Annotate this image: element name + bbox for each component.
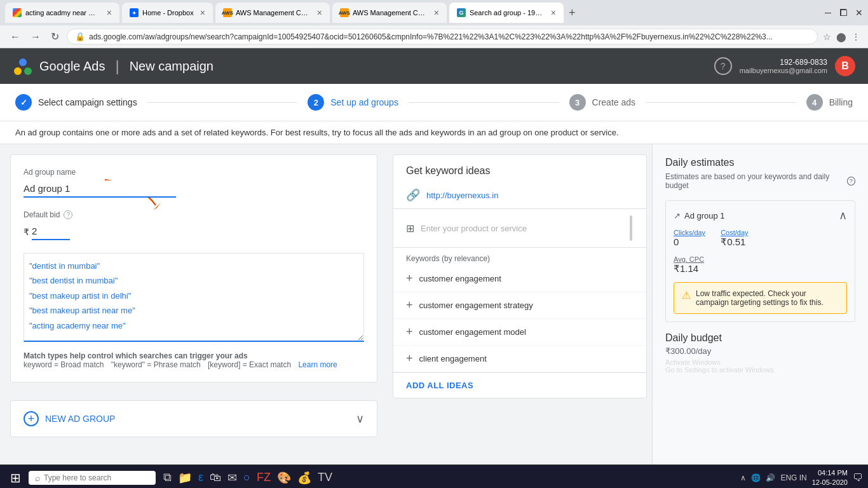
- step-3-circle: 3: [569, 94, 586, 111]
- main-content: Ad group name Default bid ? ₹: [0, 144, 868, 464]
- notification-icon[interactable]: 🗨: [853, 472, 863, 484]
- tab-close-btn[interactable]: ×: [107, 8, 112, 18]
- bid-help-icon[interactable]: ?: [64, 210, 72, 219]
- tab-dropbox[interactable]: ✦ Home - Dropbox ×: [122, 3, 213, 23]
- add-keyword-icon: +: [406, 325, 413, 339]
- tab-label: AWS Management Console: [353, 9, 428, 17]
- tab-gads-active[interactable]: G Search ad group - 192-689-08... ×: [449, 3, 564, 23]
- tab-close-btn[interactable]: ×: [200, 8, 205, 18]
- cost-day-label[interactable]: Cost/day: [721, 229, 748, 236]
- ad-group-estimates-card: ↗ Ad group 1 ∧ Clicks/day 0 Cost/day ₹0.…: [665, 200, 855, 322]
- url-bar[interactable]: 🔒 ads.google.com/aw/adgroups/new/search?…: [67, 29, 818, 44]
- maximize-button[interactable]: ⧠: [839, 8, 848, 18]
- estimates-metrics: Clicks/day 0 Cost/day ₹0.51: [674, 229, 847, 248]
- google-ads-icon: [13, 56, 33, 76]
- taskbar-right: ∧ 🌐 🔊 ENG IN 04:14 PM 12-05-2020 🗨: [740, 468, 863, 487]
- keyword-ideas-card: Get keyword ideas 🔗 http://buyernexus.in…: [393, 154, 647, 398]
- tab-aws2[interactable]: AWS AWS Management Console ×: [332, 3, 447, 23]
- collapse-estimates-button[interactable]: ∧: [839, 208, 847, 222]
- keyword-item-1[interactable]: + customer engagement: [393, 266, 646, 292]
- keyword-list-container: + customer engagement + customer engagem…: [393, 266, 646, 372]
- paint-button[interactable]: 🎨: [275, 468, 294, 487]
- match-types-label: Match types help control which searches …: [24, 351, 248, 360]
- money-button[interactable]: 💰: [295, 468, 314, 487]
- match-types-help: Match types help control which searches …: [24, 351, 364, 369]
- forward-button[interactable]: →: [28, 29, 43, 45]
- ad-group-card: Ad group name Default bid ? ₹: [10, 154, 377, 383]
- start-button[interactable]: ⊞: [5, 468, 26, 488]
- lock-icon: 🔒: [75, 32, 85, 41]
- new-ad-group-label: NEW AD GROUP: [45, 414, 115, 424]
- ad-group-name-input[interactable]: [24, 180, 176, 198]
- keyword-text: client engagement: [419, 354, 487, 363]
- info-text: An ad group contains one or more ads and…: [15, 128, 619, 137]
- tab-close-btn[interactable]: ×: [317, 8, 322, 18]
- aws-favicon: AWS: [223, 8, 232, 17]
- keyword-item-4[interactable]: + client engagement: [393, 346, 646, 372]
- avg-cpc-label[interactable]: Avg. CPC: [674, 255, 847, 263]
- new-ad-group-button[interactable]: + NEW AD GROUP ∨: [10, 400, 377, 437]
- profile-icon[interactable]: ⬤: [836, 32, 846, 42]
- step-connector-1: [147, 102, 298, 103]
- clicks-day-value: 0: [674, 236, 705, 247]
- estimates-group-header: ↗ Ad group 1 ∧: [674, 208, 847, 222]
- step-4-label: Billing: [829, 97, 853, 107]
- chrome-button[interactable]: ○: [241, 468, 253, 487]
- add-keyword-icon: +: [406, 272, 413, 285]
- task-view-button[interactable]: ⧉: [161, 468, 174, 487]
- bid-currency: ₹: [24, 227, 29, 237]
- minimize-button[interactable]: ─: [825, 8, 831, 18]
- bid-section: Default bid ? ₹: [24, 210, 364, 240]
- daily-budget-section: Daily budget ₹300.00/day Activate Window…: [665, 332, 855, 374]
- edge-button[interactable]: ε: [196, 468, 206, 487]
- system-clock: 04:14 PM 12-05-2020: [812, 468, 848, 487]
- new-tab-button[interactable]: +: [566, 4, 578, 22]
- tab-google[interactable]: acting acadmy near me - Goo... ×: [5, 3, 119, 23]
- add-all-ideas-button[interactable]: ADD ALL IDEAS: [406, 381, 473, 390]
- address-bar: ← → ↻ 🔒 ads.google.com/aw/adgroups/new/s…: [0, 25, 868, 48]
- bid-input[interactable]: [32, 223, 70, 240]
- mail-button[interactable]: ✉: [225, 468, 240, 487]
- estimates-group-name: ↗ Ad group 1: [674, 211, 725, 220]
- tab-label: acting acadmy near me - Goo...: [25, 9, 100, 17]
- keyword-item-3[interactable]: + customer engagement model: [393, 319, 646, 346]
- step-4-circle: 4: [806, 94, 823, 111]
- tab-close-btn[interactable]: ×: [434, 8, 439, 18]
- taskbar-icons: ⧉ 📁 ε 🛍 ✉ ○ FZ 🎨 💰 TV: [161, 468, 335, 487]
- taskbar-search-input[interactable]: [44, 473, 149, 482]
- header-right: ? 192-689-0833 mailbuyernexus@gmail.com …: [714, 56, 855, 76]
- caret-up-icon[interactable]: ∧: [740, 473, 746, 482]
- tab-aws1[interactable]: AWS AWS Management Console ×: [215, 3, 330, 23]
- grid-icon: ⊞: [406, 222, 414, 234]
- learn-more-link[interactable]: Learn more: [298, 360, 337, 369]
- keyword-service-row[interactable]: ⊞ Enter your product or service: [393, 209, 646, 248]
- keywords-textarea[interactable]: "dentist in mumbai" "best dentist in mum…: [24, 253, 364, 342]
- reload-button[interactable]: ↻: [48, 28, 62, 45]
- back-button[interactable]: ←: [8, 29, 23, 45]
- estimates-help-icon[interactable]: ?: [847, 177, 855, 186]
- menu-icon[interactable]: ⋮: [851, 32, 860, 42]
- teamviewer-button[interactable]: TV: [315, 468, 335, 487]
- keyword-url-text: http://buyernexus.in: [426, 191, 498, 200]
- bookmark-icon[interactable]: ☆: [823, 32, 831, 42]
- daily-estimates-sidebar: Daily estimates Estimates are based on y…: [652, 144, 868, 464]
- app-name: Google Ads: [39, 59, 105, 74]
- step-3: 3 Create ads: [569, 94, 635, 111]
- taskbar-search-box[interactable]: ⌕: [29, 471, 156, 485]
- cost-metric: Cost/day ₹0.51: [721, 229, 748, 248]
- keyword-text: customer engagement strategy: [419, 301, 533, 310]
- store-button[interactable]: 🛍: [207, 468, 224, 487]
- help-button[interactable]: ?: [714, 57, 732, 75]
- header-divider: |: [115, 57, 119, 75]
- tab-close-btn[interactable]: ×: [551, 8, 556, 18]
- keyword-item-2[interactable]: + customer engagement strategy: [393, 292, 646, 319]
- clicks-day-label[interactable]: Clicks/day: [674, 229, 705, 236]
- avg-cpc-section: Avg. CPC ₹1.14: [674, 255, 847, 274]
- phrase-match-label: "keyword" = Phrase match: [111, 360, 201, 369]
- filezilla-button[interactable]: FZ: [254, 468, 273, 487]
- user-avatar[interactable]: B: [835, 56, 855, 76]
- step-1: ✓ Select campaign settings: [15, 94, 137, 111]
- close-window-button[interactable]: ✕: [855, 8, 863, 18]
- campaign-title: New campaign: [130, 59, 214, 74]
- file-explorer-button[interactable]: 📁: [175, 468, 194, 487]
